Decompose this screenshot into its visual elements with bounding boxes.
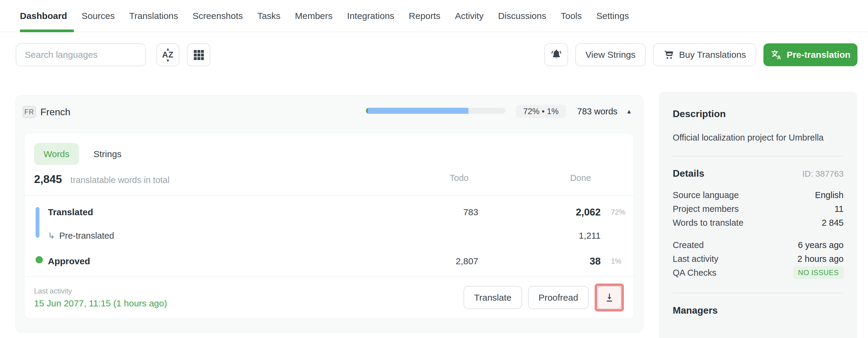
description-title: Description	[673, 108, 844, 120]
grid-view-button[interactable]	[187, 43, 210, 66]
approved-label: Approved	[48, 256, 90, 266]
progress-percent-badge: 72% • 1%	[516, 105, 566, 118]
managers-title: Managers	[673, 305, 844, 316]
detail-label: Created	[673, 240, 704, 250]
card-footer: Last activity 15 Jun 2077, 11:15 (1 hour…	[34, 277, 624, 318]
total-words-value: 2,845	[34, 173, 62, 186]
progress-translated-segment	[368, 108, 468, 114]
tab-discussions[interactable]: Discussions	[491, 0, 553, 32]
tab-strings[interactable]: Strings	[93, 149, 121, 159]
last-activity-block: Last activity 15 Jun 2077, 11:15 (1 hour…	[34, 287, 167, 308]
divider	[673, 293, 844, 294]
cart-icon	[663, 49, 674, 60]
detail-label: Source language	[673, 190, 739, 200]
search-languages-input[interactable]	[16, 43, 146, 66]
view-strings-button[interactable]: View Strings	[575, 43, 646, 66]
column-header-todo: Todo	[450, 173, 469, 183]
translated-todo-value: 783	[463, 202, 478, 223]
divider	[673, 156, 844, 157]
download-button-highlight	[595, 283, 624, 311]
detail-label: QA Checks	[673, 268, 716, 278]
tab-tools[interactable]: Tools	[553, 0, 589, 32]
download-icon	[604, 292, 615, 303]
detail-label: Words to translate	[673, 218, 744, 228]
bell-icon	[550, 48, 563, 61]
tab-activity[interactable]: Activity	[447, 0, 491, 32]
detail-value: 2 hours ago	[798, 254, 844, 264]
pre-translation-button[interactable]: A Pre-translation	[764, 43, 858, 66]
details-title: Details	[673, 168, 704, 179]
download-button[interactable]	[597, 286, 621, 309]
proofread-button[interactable]: Proofread	[528, 286, 589, 309]
language-code-badge: FR	[23, 106, 36, 118]
detail-row-project-members: Project members 11	[673, 202, 844, 216]
sort-desc-icon: ▼	[166, 59, 170, 62]
stats-unit-tabs: Words Strings	[34, 143, 121, 165]
tab-screenshots[interactable]: Screenshots	[185, 0, 250, 32]
buy-translations-button[interactable]: Buy Translations	[653, 43, 756, 66]
translate-button[interactable]: Translate	[464, 286, 522, 309]
detail-row-created: Created 6 years ago	[673, 238, 844, 252]
details-header: Details ID: 387763	[673, 168, 844, 179]
grid-icon	[193, 49, 204, 61]
translated-done-value: 2,062	[576, 202, 601, 223]
qa-status-badge: NO ISSUES	[793, 266, 844, 279]
progress-approved-segment	[366, 108, 368, 114]
last-activity-value: 15 Jun 2077, 11:15 (1 hours ago)	[34, 298, 167, 308]
detail-value: 11	[835, 204, 844, 214]
column-header-done: Done	[570, 173, 591, 183]
detail-row-words-to-translate: Words to translate 2 845	[673, 216, 844, 230]
stat-row-approved: Approved 2,807 38 1%	[24, 251, 633, 272]
translated-label: Translated	[48, 207, 93, 217]
total-words-caption: translatable words in total	[70, 175, 170, 185]
sort-languages-button[interactable]: ▲ AZ ▼	[156, 43, 179, 66]
tab-reports[interactable]: Reports	[401, 0, 447, 32]
tab-words[interactable]: Words	[34, 143, 79, 165]
notifications-button[interactable]	[544, 43, 568, 66]
sub-arrow-icon: ↳	[48, 231, 55, 241]
tab-sources[interactable]: Sources	[74, 0, 122, 32]
svg-text:A: A	[777, 54, 781, 61]
tab-dashboard[interactable]: Dashboard	[20, 0, 74, 32]
project-tabs-nav: Dashboard Sources Translations Screensho…	[0, 0, 868, 32]
tab-settings[interactable]: Settings	[589, 0, 636, 32]
detail-value: English	[815, 190, 844, 200]
sort-az-label: AZ	[162, 51, 174, 59]
tab-members[interactable]: Members	[288, 0, 340, 32]
detail-row-last-activity: Last activity 2 hours ago	[673, 252, 844, 266]
tab-integrations[interactable]: Integrations	[340, 0, 402, 32]
language-progress-bar	[366, 108, 505, 114]
project-info-sidebar: Description Official localization projec…	[659, 92, 858, 338]
detail-value: 6 years ago	[798, 240, 844, 250]
totals-header-row: 2,845 translatable words in total Todo D…	[34, 173, 624, 186]
words-left-label: 783 words	[577, 105, 618, 118]
pre-translated-label: Pre-translated	[59, 231, 114, 241]
description-text: Official localization project for Umbrel…	[673, 133, 844, 143]
pre-translation-label: Pre-translation	[786, 50, 850, 60]
buy-translations-label: Buy Translations	[679, 50, 746, 60]
translate-icon: A	[770, 49, 782, 61]
language-stats-card: Words Strings 2,845 translatable words i…	[24, 133, 634, 319]
language-name: French	[40, 106, 70, 118]
detail-row-source-language: Source language English	[673, 188, 844, 202]
stat-row-pre-translated: ↳ Pre-translated 1,211	[24, 225, 633, 246]
last-activity-label: Last activity	[34, 287, 167, 295]
collapse-caret-icon[interactable]: ▲	[626, 105, 632, 118]
detail-label: Project members	[673, 204, 739, 214]
approved-todo-value: 2,807	[456, 251, 478, 272]
project-id: ID: 387763	[802, 169, 844, 179]
language-card-french: FR French 72% • 1% 783 words ▲ Words Str…	[16, 95, 643, 332]
pre-translated-done-value: 1,211	[579, 225, 601, 246]
details-rows: Source language English Project members …	[673, 188, 844, 280]
tab-tasks[interactable]: Tasks	[250, 0, 288, 32]
divider	[24, 195, 633, 196]
detail-label: Last activity	[673, 254, 718, 264]
tab-translations[interactable]: Translations	[122, 0, 185, 32]
detail-row-qa-checks: QA Checks NO ISSUES	[673, 266, 844, 280]
approved-percent: 1%	[611, 251, 621, 272]
stat-row-translated: Translated 783 2,062 72%	[24, 202, 633, 223]
detail-value: 2 845	[822, 218, 844, 228]
approved-done-value: 38	[590, 251, 601, 272]
translated-percent: 72%	[611, 202, 625, 223]
